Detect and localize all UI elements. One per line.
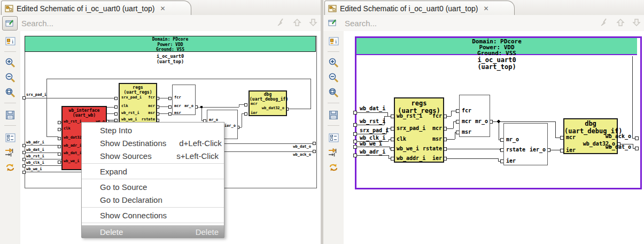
input-label[interactable]: wb_rst_i	[360, 118, 385, 124]
port-label[interactable]: mcr	[566, 134, 576, 140]
port-label[interactable]: mcr	[251, 102, 258, 106]
right-tab-bar: Edited Schematic of i_oc_uart0 (uart_top…	[323, 0, 644, 16]
input-label[interactable]: wb_adr_i	[26, 140, 44, 144]
port-label[interactable]: rstate	[506, 147, 525, 152]
annotate-button[interactable]	[325, 16, 340, 29]
menu-item-go-to-source[interactable]: Go to Source	[82, 180, 224, 193]
display-options-button[interactable]	[3, 131, 17, 144]
port-label[interactable]: ier	[506, 158, 516, 164]
input-label[interactable]: wb_we_i	[26, 167, 42, 171]
port-label[interactable]: fcr	[174, 95, 181, 100]
schematic-info-button[interactable]: i	[327, 34, 340, 48]
find-previous-icon[interactable]	[292, 18, 303, 28]
trace-signal-icon	[5, 148, 15, 157]
port-label[interactable]: fcr	[421, 113, 442, 119]
port-label[interactable]: fcr	[462, 108, 471, 113]
port-label[interactable]: mr_o	[209, 118, 218, 122]
zoom-out-button[interactable]	[327, 71, 340, 85]
toolbar-separator	[4, 51, 16, 52]
port-label[interactable]: msr	[174, 111, 181, 115]
display-options-button[interactable]	[327, 131, 340, 144]
port-label[interactable]: mr_o	[472, 118, 488, 124]
trace-signal-button[interactable]	[3, 146, 17, 159]
port-label[interactable]: msr	[421, 136, 442, 142]
search-input[interactable]	[344, 17, 527, 29]
clear-highlight-icon[interactable]	[276, 18, 286, 28]
port-label[interactable]: wb_rst_i	[64, 119, 82, 124]
input-label[interactable]: wb_clk_i	[26, 161, 44, 165]
find-next-icon[interactable]	[308, 18, 319, 28]
port-label[interactable]: mr_o	[183, 104, 193, 108]
input-label[interactable]: srx_pad_i	[26, 93, 46, 97]
menu-item-go-to-declaration[interactable]: Go to Declaration	[82, 193, 224, 206]
menu-item-step-into[interactable]: Step Into	[82, 124, 224, 136]
clear-highlight-icon[interactable]	[599, 18, 610, 28]
port-label[interactable]: clk	[64, 126, 71, 131]
port-label[interactable]: wb_dat32_o	[577, 141, 615, 147]
port-label[interactable]: mcr	[421, 125, 442, 131]
input-label[interactable]: wb_rst_i	[26, 154, 44, 158]
save-button[interactable]	[3, 108, 17, 122]
save-button[interactable]	[327, 108, 340, 122]
port-label[interactable]: ier_o	[529, 147, 546, 152]
output-label[interactable]: wb_ack_o	[593, 133, 631, 139]
right-tab[interactable]: Edited Schematic of i_oc_uart0 (uart_top…	[324, 1, 515, 16]
schematic-info-button[interactable]: i	[3, 34, 17, 48]
instance-title: i_oc_uart0 (uart_top)	[356, 57, 637, 71]
port-label[interactable]: wb_we_i	[64, 159, 80, 163]
port-label[interactable]: mcr	[462, 118, 471, 124]
port-label[interactable]: mcr	[134, 104, 155, 108]
port-label[interactable]: rstate	[417, 146, 442, 151]
port-label[interactable]: wb_dat_i	[64, 151, 82, 155]
instance-name: i_oc_uart0	[25, 54, 316, 59]
close-icon[interactable]: ✕	[482, 5, 490, 12]
port-label[interactable]: wb_we_i	[397, 146, 419, 151]
annotate-button[interactable]	[2, 16, 18, 30]
input-label[interactable]: wb_dat_i	[26, 148, 44, 152]
menu-item-delete[interactable]: DeleteDelete	[82, 225, 224, 238]
port-label[interactable]: fcr	[134, 95, 155, 100]
zoom-in-icon	[328, 57, 339, 68]
input-label[interactable]: wb_we_i	[360, 141, 382, 147]
edit-schematic-icon	[328, 19, 337, 27]
menu-item-show-connections[interactable]: Show Connections	[82, 209, 224, 222]
port-label[interactable]: clk	[121, 104, 128, 108]
zoom-in-button[interactable]	[3, 56, 17, 70]
port-label[interactable]: wb_adr_i	[64, 143, 82, 148]
input-label[interactable]: wb_clk_i	[360, 135, 385, 141]
right-schematic-canvas[interactable]: Domain: PDcore Power: VDD Ground: VSS i_…	[344, 31, 644, 244]
output-label[interactable]: wb_ack_o	[266, 152, 311, 157]
close-icon[interactable]: ✕	[159, 5, 166, 12]
trace-signal-button[interactable]	[327, 146, 340, 159]
input-label[interactable]: wb_dat_i	[360, 105, 385, 111]
port-label[interactable]: clk	[397, 136, 406, 142]
output-label[interactable]: wb_dat_o	[266, 144, 311, 149]
zoom-in-button[interactable]	[327, 56, 340, 70]
find-next-icon[interactable]	[632, 18, 642, 28]
menu-item-expand[interactable]: Expand	[82, 165, 224, 178]
port-label[interactable]: ier	[421, 155, 442, 161]
swap-buffers-button[interactable]	[327, 161, 340, 174]
zoom-fit-button[interactable]	[3, 86, 17, 100]
port-label[interactable]: wb_dat32_o	[258, 106, 284, 110]
search-input[interactable]	[20, 17, 204, 29]
port-label[interactable]: ier	[251, 111, 258, 115]
port-label[interactable]: wb_rst_i	[397, 113, 422, 119]
input-label[interactable]: wb_adr_i	[360, 149, 385, 155]
port-label[interactable]: ier	[566, 147, 576, 153]
menu-item-show-sources[interactable]: Show Sourcess+Left-Click	[82, 149, 224, 162]
schematic-info-icon: i	[5, 37, 15, 45]
swap-buffers-button[interactable]	[3, 161, 17, 174]
zoom-fit-button[interactable]	[327, 86, 340, 100]
port-label[interactable]: msr	[462, 129, 471, 135]
port-label[interactable]: mcr	[174, 104, 181, 108]
input-label[interactable]: srx_pad_i	[360, 127, 389, 133]
port-label[interactable]: mr_o	[506, 136, 519, 142]
menu-item-show-destinations[interactable]: Show Destinationsd+Left-Click	[82, 136, 224, 149]
left-tab[interactable]: Edited Schematic of i_oc_uart0 (uart_top…	[1, 1, 191, 16]
find-previous-icon[interactable]	[616, 18, 626, 28]
port-label[interactable]: msr	[134, 111, 155, 115]
port-label[interactable]: rstate	[131, 117, 155, 121]
zoom-out-button[interactable]	[3, 71, 17, 85]
menu-shortcut: Delete	[196, 227, 219, 237]
